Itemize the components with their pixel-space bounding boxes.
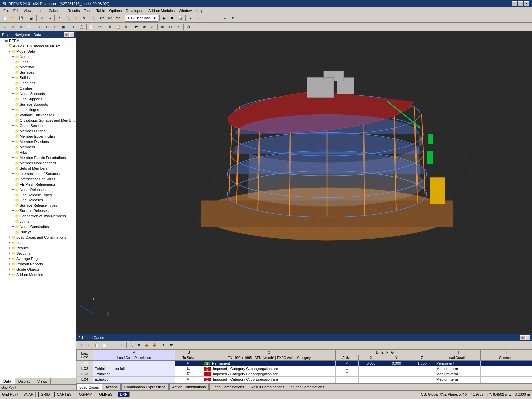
menu-tools[interactable]: Tools (82, 8, 94, 13)
table-row[interactable]: LC3 Exhibition I ☑ QI Imposed - Category… (77, 371, 532, 377)
restore-button[interactable]: ◻ (518, 1, 523, 6)
tb-undo[interactable]: ↩ (38, 15, 45, 22)
tree-expand-membereccentricities[interactable]: + (11, 135, 15, 138)
bottom-panel-close[interactable]: ✕ (525, 335, 530, 340)
bt-delete-row[interactable]: - (85, 342, 93, 349)
tb-new[interactable]: 📄 (1, 15, 9, 22)
tb-section-btn[interactable]: ✂ (96, 24, 103, 30)
bt-import[interactable]: 📥 (151, 342, 158, 349)
tree-item-intersurfaces[interactable]: +📁Intersections of Surfaces (0, 171, 76, 176)
cell-solve-LC3[interactable]: ☑ (175, 371, 203, 377)
tree-expand-addonmodules[interactable]: + (8, 273, 11, 276)
tree-item-memberdivisions[interactable]: +📁Member Divisions (0, 139, 76, 144)
tree-item-membernonlinear[interactable]: +📁Member Nonlinearities (0, 160, 76, 166)
tree-expand-lines[interactable]: + (11, 60, 15, 64)
tree-expand-surfacesupports[interactable]: + (11, 103, 15, 106)
bt-paste-row[interactable]: 📄 (101, 342, 108, 349)
tree-item-surfacesupports[interactable]: +📁Surface Supports (0, 102, 76, 107)
tree-expand-loads[interactable]: + (8, 241, 11, 244)
tb-support-btn[interactable]: ⊥ (70, 24, 77, 30)
tree-item-model[interactable]: -🏗A2T231015_model 00.08.02* (0, 43, 76, 49)
tree-item-femesh[interactable]: +📁FE Mesh Refinements (0, 182, 76, 187)
tb-viewxz[interactable]: XZ (106, 15, 114, 22)
bt-filter[interactable]: 🔍 (128, 342, 135, 349)
tree-expand-nodalconstraints[interactable]: + (11, 225, 15, 228)
menu-table[interactable]: Table (94, 8, 107, 13)
menu-window[interactable]: Window (177, 8, 194, 13)
tb-line-load[interactable]: ⊪ (52, 24, 59, 30)
tab-load-cases[interactable]: Load Cases (76, 384, 102, 390)
tb-line-btn[interactable]: ⟋ (9, 24, 17, 30)
menu-insert[interactable]: Insert (33, 8, 47, 13)
tree-item-membereccentricities[interactable]: +📁Member Eccentricities (0, 134, 76, 139)
cell-solve-LC4[interactable]: ☑ (175, 377, 203, 382)
cell-active-LC3[interactable]: ☐ (335, 371, 358, 377)
cell-solve-LC1[interactable]: ☑ (175, 361, 203, 366)
status-cartes[interactable]: CARTES (54, 392, 74, 397)
tree-item-rfem[interactable]: -⊞RFEM (0, 38, 76, 43)
tree-item-openings[interactable]: +📁Openings (0, 80, 76, 86)
tb-surfaces[interactable]: ▭ (203, 15, 210, 22)
tree-item-guideobjects[interactable]: +📁Guide Objects (0, 267, 76, 272)
bt-formula[interactable]: fx (168, 342, 175, 349)
tree-item-pulleys[interactable]: +📁Pulleys (0, 229, 76, 235)
status-glines[interactable]: GLINES (97, 392, 115, 397)
tb-formula-fx[interactable]: fx (185, 24, 192, 30)
tree-expand-loadcases[interactable]: + (8, 236, 11, 239)
tab-super-combinations[interactable]: Super Combinations (288, 384, 327, 390)
tree-item-surfacereleases[interactable]: +📁Surface Releases (0, 208, 76, 213)
menu-developers[interactable]: Developers (124, 8, 146, 13)
tree-expand-printoutreports[interactable]: + (8, 262, 11, 266)
tree-expand-variablethick[interactable]: + (11, 113, 15, 117)
cell-active-LC2[interactable]: ☐ (335, 366, 358, 371)
tree-expand-linesupports[interactable]: + (11, 97, 15, 101)
tb-nodes[interactable]: ● (187, 15, 194, 22)
tree-item-nodalsupports[interactable]: +📁Nodal Supports (0, 91, 76, 96)
tree-item-lines[interactable]: +📁Lines (0, 59, 76, 65)
tb-pan[interactable]: ✋ (72, 15, 79, 22)
tree-expand-intersurfaces[interactable]: + (11, 172, 15, 175)
tree-expand-cavities[interactable]: + (11, 87, 15, 90)
tb-nodal-load[interactable]: ⊙ (44, 24, 51, 30)
tree-expand-materials[interactable]: + (11, 66, 15, 69)
tab-load-combinations[interactable]: Load Combinations (209, 384, 247, 390)
tb-copy[interactable]: 📋 (114, 24, 122, 30)
table-row[interactable]: LC4 Exhibition II ☑ QI Imposed - Categor… (77, 377, 532, 382)
tree-item-linereleasetypes[interactable]: +📁Line Release Types (0, 192, 76, 198)
tree-expand-nodalreleases[interactable]: + (11, 188, 15, 191)
tree-expand-nodalsupports[interactable]: + (11, 92, 15, 95)
bt-copy-row[interactable]: 📋 (93, 342, 100, 349)
tree-item-sections[interactable]: +📁Sections (0, 251, 76, 256)
tb-hinge-btn[interactable]: ◯ (78, 24, 85, 30)
tree-expand-openings[interactable]: + (11, 81, 15, 85)
bt-move-up[interactable]: ↑ (110, 342, 118, 349)
bt-move-down[interactable]: ↓ (118, 342, 125, 349)
tree-item-joints[interactable]: +📁Joints (0, 219, 76, 224)
tb-zoom[interactable]: 🔍 (64, 15, 71, 22)
tb-members[interactable]: ╌ (211, 15, 218, 22)
tb-view3d[interactable]: ⬡ (90, 15, 98, 22)
tree-item-linesupports[interactable]: +📁Line Supports (0, 96, 76, 102)
tb-lines[interactable]: ─ (195, 15, 202, 22)
tb-surface-btn[interactable]: ▱ (17, 24, 25, 30)
tree-item-connectiontwomembers[interactable]: +📁Connection of Two Members (0, 213, 76, 219)
tb-rotate-obj[interactable]: ⟳ (141, 24, 148, 30)
tree-item-solids[interactable]: +📁Solids (0, 75, 76, 80)
tree-expand-joints[interactable]: + (11, 220, 15, 223)
cell-active-LC1[interactable]: ☑ (335, 361, 358, 366)
tree-expand-linehinges[interactable]: + (11, 108, 15, 111)
tree-expand-surfacereleases[interactable]: + (11, 209, 15, 212)
tree-expand-solids[interactable]: + (11, 76, 15, 79)
tb-node-btn[interactable]: ⊕ (1, 24, 9, 30)
tree-expand-connectiontwomembers[interactable]: + (11, 214, 15, 218)
tree-item-nodalconstraints[interactable]: +📁Nodal Constraints (0, 224, 76, 229)
tab-result-combinations[interactable]: Result Combinations (248, 384, 287, 390)
tree-item-nodes[interactable]: +📁Nodes (0, 54, 76, 59)
menu-edit[interactable]: Edit (11, 8, 22, 13)
tb-viewxy[interactable]: XY (98, 15, 106, 22)
status-osnap[interactable]: OSNAP (77, 392, 94, 397)
tree-expand-intersolids[interactable]: + (11, 177, 15, 181)
tree-expand-ribs[interactable]: + (11, 151, 15, 154)
menu-calculate[interactable]: Calculate (47, 8, 66, 13)
tb-rotate[interactable]: ↻ (80, 15, 87, 22)
